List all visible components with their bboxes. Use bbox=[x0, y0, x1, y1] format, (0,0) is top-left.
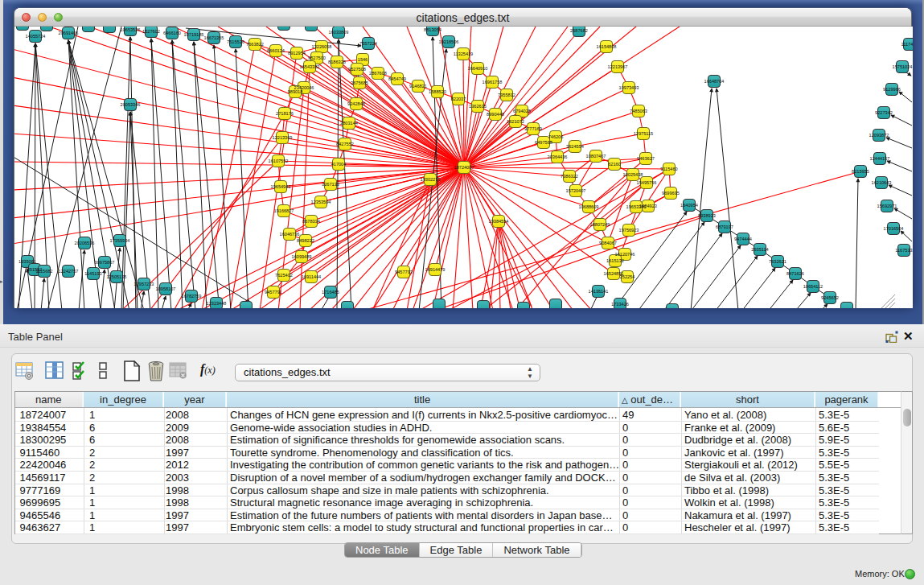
svg-text:20206536: 20206536 bbox=[75, 241, 95, 245]
svg-text:19218506: 19218506 bbox=[439, 39, 459, 44]
svg-text:16911444: 16911444 bbox=[302, 274, 321, 279]
svg-text:19756923: 19756923 bbox=[619, 228, 639, 233]
svg-text:9457791: 9457791 bbox=[265, 290, 282, 295]
svg-text:16120746: 16120746 bbox=[615, 252, 635, 257]
svg-text:17359934: 17359934 bbox=[110, 238, 130, 243]
svg-text:10688609: 10688609 bbox=[579, 204, 599, 209]
svg-text:9474444: 9474444 bbox=[734, 237, 752, 241]
svg-text:16914479: 16914479 bbox=[425, 267, 446, 272]
svg-text:8498222: 8498222 bbox=[297, 238, 314, 243]
svg-text:8186328: 8186328 bbox=[328, 60, 346, 64]
svg-text:16154808: 16154808 bbox=[597, 44, 617, 49]
svg-text:8912954: 8912954 bbox=[288, 51, 306, 56]
svg-text:8427552: 8427552 bbox=[336, 142, 354, 146]
svg-text:1362615: 1362615 bbox=[469, 104, 487, 109]
svg-text:989018: 989018 bbox=[288, 89, 303, 94]
svg-text:18807249: 18807249 bbox=[590, 222, 610, 227]
svg-text:62160: 62160 bbox=[608, 162, 621, 167]
svg-text:12323448: 12323448 bbox=[207, 301, 227, 306]
svg-text:15720407: 15720407 bbox=[566, 188, 586, 193]
svg-text:822037: 822037 bbox=[451, 97, 466, 101]
svg-text:9777169: 9777169 bbox=[524, 126, 542, 131]
svg-text:7632621: 7632621 bbox=[769, 259, 786, 264]
svg-text:9699695: 9699695 bbox=[662, 191, 680, 196]
svg-text:2687682: 2687682 bbox=[570, 28, 588, 33]
svg-text:10958107: 10958107 bbox=[156, 286, 176, 291]
svg-text:12213369: 12213369 bbox=[273, 135, 293, 140]
svg-text:9146821: 9146821 bbox=[409, 84, 427, 89]
svg-text:12975115: 12975115 bbox=[634, 131, 653, 136]
svg-text:9245652: 9245652 bbox=[821, 295, 839, 300]
svg-text:19653391: 19653391 bbox=[626, 204, 647, 209]
svg-text:1935061: 1935061 bbox=[18, 259, 36, 264]
svg-text:417004: 417004 bbox=[331, 162, 347, 167]
svg-text:1640954: 1640954 bbox=[680, 203, 698, 208]
svg-text:9129966: 9129966 bbox=[883, 87, 901, 92]
svg-text:10719185: 10719185 bbox=[184, 32, 204, 37]
svg-text:9084067: 9084067 bbox=[599, 241, 617, 245]
svg-text:15692971: 15692971 bbox=[877, 204, 897, 208]
svg-text:17016504: 17016504 bbox=[884, 226, 904, 231]
svg-text:1527602: 1527602 bbox=[142, 29, 160, 34]
svg-text:252254: 252254 bbox=[620, 274, 635, 279]
svg-text:16033809: 16033809 bbox=[329, 30, 349, 35]
svg-text:20053346: 20053346 bbox=[121, 102, 141, 107]
svg-text:16782759: 16782759 bbox=[182, 294, 202, 299]
svg-text:14136141: 14136141 bbox=[589, 289, 609, 294]
svg-text:9527500: 9527500 bbox=[308, 56, 326, 60]
svg-text:6879197: 6879197 bbox=[716, 225, 733, 229]
svg-text:12505135: 12505135 bbox=[107, 274, 127, 279]
svg-text:16640910: 16640910 bbox=[468, 66, 488, 71]
svg-text:10973493: 10973493 bbox=[619, 85, 639, 90]
svg-text:7386322: 7386322 bbox=[561, 174, 578, 179]
svg-text:3624554: 3624554 bbox=[566, 144, 584, 149]
svg-text:30975867: 30975867 bbox=[95, 260, 115, 265]
svg-text:15751024: 15751024 bbox=[893, 64, 913, 69]
svg-text:746206: 746206 bbox=[548, 134, 564, 139]
svg-text:6466160: 6466160 bbox=[163, 31, 181, 35]
svg-text:1167533: 1167533 bbox=[895, 248, 912, 253]
svg-text:16107552: 16107552 bbox=[269, 159, 289, 163]
svg-text:9527508: 9527508 bbox=[348, 67, 366, 72]
svg-text:2935114: 2935114 bbox=[751, 247, 768, 252]
svg-text:7625402: 7625402 bbox=[275, 273, 293, 278]
svg-text:12353594: 12353594 bbox=[311, 200, 331, 204]
svg-text:19166827: 19166827 bbox=[274, 208, 294, 213]
svg-text:1117435: 1117435 bbox=[901, 42, 913, 47]
svg-text:14055724: 14055724 bbox=[26, 34, 46, 39]
svg-text:1115682: 1115682 bbox=[36, 269, 53, 274]
svg-text:7515526: 7515526 bbox=[227, 39, 244, 44]
svg-text:7663822: 7663822 bbox=[246, 42, 264, 47]
svg-text:16961758: 16961758 bbox=[483, 80, 503, 84]
svg-text:16543382: 16543382 bbox=[300, 64, 320, 69]
svg-text:6794028: 6794028 bbox=[513, 109, 531, 113]
svg-text:10025438: 10025438 bbox=[623, 172, 643, 177]
svg-text:11325419: 11325419 bbox=[454, 51, 473, 56]
svg-text:3267130: 3267130 bbox=[322, 182, 339, 187]
svg-text:1145193: 1145193 bbox=[84, 271, 101, 276]
svg-text:16099489: 16099489 bbox=[292, 254, 312, 259]
svg-text:16046736: 16046736 bbox=[280, 232, 300, 237]
svg-text:2803144: 2803144 bbox=[340, 121, 358, 126]
svg-text:8938923: 8938923 bbox=[698, 213, 716, 218]
svg-text:1546: 1546 bbox=[358, 57, 368, 62]
svg-text:17957233: 17957233 bbox=[134, 282, 154, 286]
svg-text:1716485: 1716485 bbox=[322, 290, 339, 295]
svg-text:1733426: 1733426 bbox=[611, 302, 629, 307]
svg-text:8471626: 8471626 bbox=[786, 271, 804, 276]
svg-text:16648764: 16648764 bbox=[704, 79, 725, 84]
svg-text:2718176: 2718176 bbox=[276, 111, 294, 116]
svg-text:9457793: 9457793 bbox=[395, 270, 413, 274]
svg-text:16210643: 16210643 bbox=[872, 180, 892, 185]
svg-text:8454749: 8454749 bbox=[388, 76, 406, 81]
svg-text:6497568: 6497568 bbox=[535, 140, 552, 145]
svg-text:9242848: 9242848 bbox=[347, 101, 365, 106]
svg-text:20691406: 20691406 bbox=[59, 31, 79, 35]
svg-text:1615132: 1615132 bbox=[606, 258, 624, 263]
svg-text:8215955: 8215955 bbox=[852, 169, 869, 174]
svg-text:12242757: 12242757 bbox=[59, 269, 79, 274]
svg-text:10807467: 10807467 bbox=[586, 154, 606, 159]
svg-text:7485063: 7485063 bbox=[630, 109, 647, 113]
svg-text:19654943: 19654943 bbox=[271, 184, 291, 189]
svg-text:9115460: 9115460 bbox=[660, 167, 677, 171]
